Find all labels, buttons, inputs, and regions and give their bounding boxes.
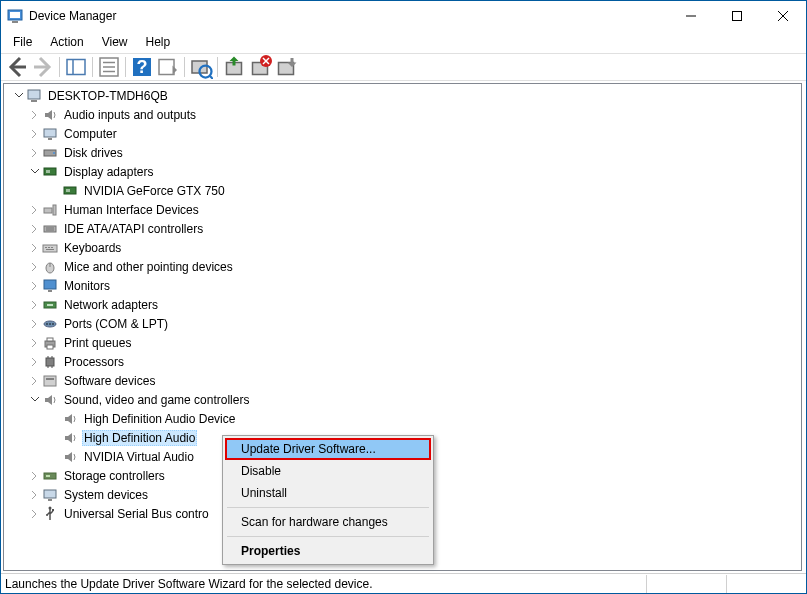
tree-node-audio-inputs[interactable]: Audio inputs and outputs	[6, 105, 799, 124]
tree-node-keyboards[interactable]: Keyboards	[6, 238, 799, 257]
svg-rect-35	[44, 208, 52, 213]
back-button[interactable]	[5, 55, 29, 79]
svg-rect-34	[66, 189, 70, 192]
tree-node-monitors[interactable]: Monitors	[6, 276, 799, 295]
expander-icon[interactable]	[26, 373, 42, 389]
tree-node-software[interactable]: Software devices	[6, 371, 799, 390]
tree-node-display[interactable]: Display adapters	[6, 162, 799, 181]
svg-rect-47	[44, 280, 56, 289]
svg-rect-1	[10, 12, 20, 18]
maximize-button[interactable]	[714, 1, 760, 31]
storage-icon	[42, 468, 58, 484]
status-cell	[646, 575, 726, 593]
printer-icon	[42, 335, 58, 351]
svg-rect-15	[159, 60, 174, 75]
menu-action[interactable]: Action	[42, 33, 91, 51]
context-menu: Update Driver Software... Disable Uninst…	[222, 435, 434, 565]
expander-icon[interactable]	[26, 240, 42, 256]
expander-icon[interactable]	[26, 354, 42, 370]
tree-node-hd-audio-1[interactable]: High Definition Audio Device	[6, 409, 799, 428]
display-adapter-icon	[42, 164, 58, 180]
expander-spacer	[46, 430, 62, 446]
tree-node-hid[interactable]: Human Interface Devices	[6, 200, 799, 219]
tree-node-printq[interactable]: Print queues	[6, 333, 799, 352]
tree-node-network[interactable]: Network adapters	[6, 295, 799, 314]
expander-icon[interactable]	[26, 202, 42, 218]
expander-icon[interactable]	[26, 335, 42, 351]
expander-icon[interactable]	[26, 316, 42, 332]
svg-rect-2	[12, 21, 18, 23]
svg-point-69	[49, 506, 52, 509]
tree-node-sound[interactable]: Sound, video and game controllers	[6, 390, 799, 409]
action-button[interactable]	[156, 55, 180, 79]
tree-node-disks[interactable]: Disk drives	[6, 143, 799, 162]
expander-icon[interactable]	[26, 259, 42, 275]
node-label: High Definition Audio Device	[82, 411, 237, 427]
svg-rect-26	[31, 100, 37, 102]
disable-button[interactable]	[274, 55, 298, 79]
svg-rect-66	[46, 475, 50, 477]
expander-icon[interactable]	[10, 88, 26, 104]
expander-icon[interactable]	[26, 506, 42, 522]
cpu-icon	[42, 354, 58, 370]
expander-icon[interactable]	[26, 221, 42, 237]
node-label: Display adapters	[62, 164, 155, 180]
minimize-button[interactable]	[668, 1, 714, 31]
tree-node-mice[interactable]: Mice and other pointing devices	[6, 257, 799, 276]
update-driver-button[interactable]	[222, 55, 246, 79]
node-label: Ports (COM & LPT)	[62, 316, 170, 332]
window-controls	[668, 1, 806, 31]
show-hide-tree-button[interactable]	[64, 55, 88, 79]
svg-point-71	[46, 514, 48, 516]
expander-icon[interactable]	[26, 468, 42, 484]
expander-icon[interactable]	[26, 278, 42, 294]
computer-icon	[26, 88, 42, 104]
cm-disable[interactable]: Disable	[225, 460, 431, 482]
monitor-icon	[42, 278, 58, 294]
svg-text:?: ?	[137, 57, 148, 77]
svg-rect-43	[51, 247, 53, 248]
cm-scan[interactable]: Scan for hardware changes	[225, 511, 431, 533]
toolbar: ?	[1, 53, 806, 81]
forward-button[interactable]	[31, 55, 55, 79]
cm-update-driver[interactable]: Update Driver Software...	[225, 438, 431, 460]
tree-node-computer[interactable]: Computer	[6, 124, 799, 143]
expander-icon[interactable]	[26, 487, 42, 503]
expander-icon[interactable]	[26, 297, 42, 313]
svg-rect-64	[46, 378, 54, 380]
expander-icon[interactable]	[26, 126, 42, 142]
properties-button[interactable]	[97, 55, 121, 79]
node-label: Processors	[62, 354, 126, 370]
expander-icon[interactable]	[26, 392, 42, 408]
uninstall-button[interactable]	[248, 55, 272, 79]
svg-line-18	[210, 76, 213, 79]
node-label: Mice and other pointing devices	[62, 259, 235, 275]
cm-properties[interactable]: Properties	[225, 540, 431, 562]
menu-file[interactable]: File	[5, 33, 40, 51]
close-button[interactable]	[760, 1, 806, 31]
menu-view[interactable]: View	[94, 33, 136, 51]
expander-spacer	[46, 183, 62, 199]
system-icon	[42, 487, 58, 503]
tree-node-ports[interactable]: Ports (COM & LPT)	[6, 314, 799, 333]
tree-node-ide[interactable]: IDE ATA/ATAPI controllers	[6, 219, 799, 238]
expander-icon[interactable]	[26, 145, 42, 161]
software-icon	[42, 373, 58, 389]
svg-rect-63	[44, 376, 56, 386]
menu-help[interactable]: Help	[138, 33, 179, 51]
computer-icon	[42, 126, 58, 142]
help-button[interactable]: ?	[130, 55, 154, 79]
svg-rect-28	[48, 138, 52, 140]
display-adapter-icon	[62, 183, 78, 199]
node-label: Audio inputs and outputs	[62, 107, 198, 123]
usb-icon	[42, 506, 58, 522]
cm-separator	[227, 536, 429, 537]
node-label: Network adapters	[62, 297, 160, 313]
tree-node-processors[interactable]: Processors	[6, 352, 799, 371]
expander-icon[interactable]	[26, 107, 42, 123]
tree-node-root[interactable]: DESKTOP-TMDH6QB	[6, 86, 799, 105]
expander-icon[interactable]	[26, 164, 42, 180]
scan-hardware-button[interactable]	[189, 55, 213, 79]
cm-uninstall[interactable]: Uninstall	[225, 482, 431, 504]
tree-node-nvidia-gpu[interactable]: NVIDIA GeForce GTX 750	[6, 181, 799, 200]
